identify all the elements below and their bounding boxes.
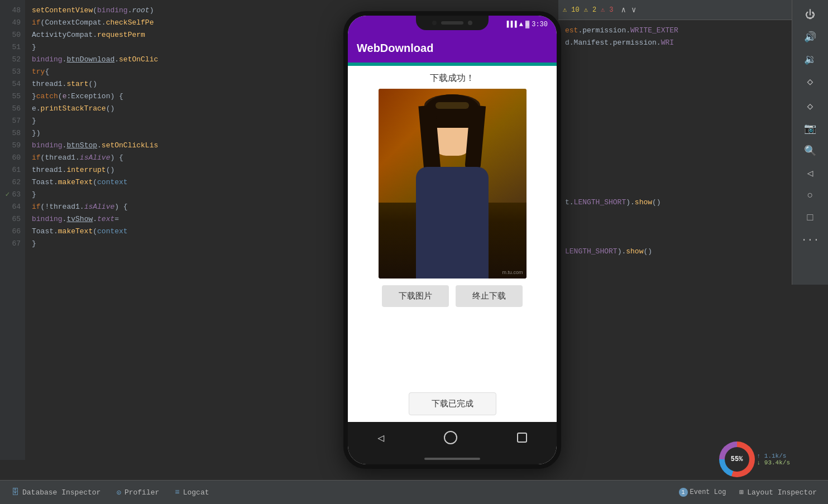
upload-value: 1.1k/s bbox=[764, 453, 787, 459]
emulator-controls: ⏻ 🔊 🔉 ◇ ◇ 📷 🔍 ◁ ○ □ ··· bbox=[792, 0, 828, 285]
bottom-right-area: 1 Event Log ⊞ Layout Inspector bbox=[679, 486, 824, 499]
speed-text: ↑ 1.1k/s ↓ 93.4k/s bbox=[757, 453, 790, 466]
line-59: 59 bbox=[0, 140, 21, 152]
line-51: 51 bbox=[0, 41, 21, 54]
right-line-4 bbox=[565, 61, 785, 74]
right-line-7 bbox=[565, 98, 785, 111]
phone-screen: ▐▐▐ ▲ ▓ 3:30 WebDownload 下载成功！ bbox=[348, 16, 557, 464]
line-55: 55 bbox=[0, 90, 21, 103]
speed-widget: 55% ↑ 1.1k/s ↓ 93.4k/s bbox=[719, 441, 790, 477]
line-numbers: 48 49 50 51 52 53 54 55 56 57 58 59 60 6… bbox=[0, 0, 25, 460]
right-line-17 bbox=[565, 221, 785, 233]
phone-status-bar: ▐▐▐ ▲ ▓ 3:30 bbox=[348, 16, 557, 33]
warning-count-3[interactable]: 3 bbox=[609, 6, 613, 14]
bottom-bar: 🗄 Database Inspector ⊙ Profiler ≡ Logcat… bbox=[0, 480, 828, 504]
layout-inspector-label: Layout Inspector bbox=[747, 488, 817, 497]
warning-count-2[interactable]: 2 bbox=[592, 6, 596, 14]
right-line-14 bbox=[565, 184, 785, 196]
upload-arrow: ↑ bbox=[757, 453, 764, 459]
download-value: 93.4k/s bbox=[764, 459, 790, 466]
layout-inspector-icon: ⊞ bbox=[739, 488, 744, 497]
download-image-button[interactable]: 下载图片 bbox=[382, 285, 449, 307]
volume-down-button[interactable]: 🔉 bbox=[799, 49, 821, 69]
right-line-2: d.Manifest.permission.WRI bbox=[565, 37, 785, 49]
battery-icon: ▓ bbox=[525, 21, 529, 28]
layout-inspector-tab[interactable]: ⊞ Layout Inspector bbox=[733, 486, 824, 499]
line-54: 54 bbox=[0, 78, 21, 90]
logcat-icon: ≡ bbox=[175, 488, 179, 497]
profiler-label: Profiler bbox=[125, 488, 159, 497]
download-success-text: 下载成功！ bbox=[430, 73, 475, 84]
line-65: 65 bbox=[0, 213, 21, 225]
phone-back-icon[interactable]: ◁ bbox=[377, 431, 384, 445]
home-button[interactable]: ○ bbox=[799, 185, 821, 205]
wifi-icon: ▲ bbox=[519, 21, 523, 28]
event-log-button[interactable]: 1 Event Log bbox=[679, 488, 726, 497]
signal-icon: ▐▐▐ bbox=[505, 21, 517, 28]
database-inspector-label: Database Inspector bbox=[22, 488, 100, 497]
button-row: 下载图片 终止下载 bbox=[382, 285, 523, 307]
event-badge: 1 bbox=[679, 488, 688, 497]
database-inspector-tab[interactable]: 🗄 Database Inspector bbox=[4, 486, 107, 499]
nav-up-button[interactable]: ∧ bbox=[619, 4, 628, 16]
status-icons: ▐▐▐ ▲ ▓ 3:30 bbox=[505, 21, 548, 28]
phone-image: m.tu.com bbox=[379, 89, 527, 279]
watermark: m.tu.com bbox=[502, 270, 523, 275]
screenshot-button[interactable]: ◇ bbox=[799, 96, 821, 116]
line-53: 53 bbox=[0, 66, 21, 78]
more-button[interactable]: ··· bbox=[799, 230, 821, 250]
logcat-tab[interactable]: ≡ Logcat bbox=[168, 486, 216, 499]
right-line-19: LENGTH_SHORT).show() bbox=[565, 246, 785, 258]
phone-app-bar: WebDownload bbox=[348, 33, 557, 63]
zoom-button[interactable]: 🔍 bbox=[799, 141, 821, 161]
right-line-10 bbox=[565, 135, 785, 147]
phone-home-indicator bbox=[348, 453, 557, 464]
volume-up-button[interactable]: 🔊 bbox=[799, 27, 821, 47]
logcat-label: Logcat bbox=[183, 488, 209, 497]
home-bar bbox=[424, 458, 480, 460]
right-line-11 bbox=[565, 147, 785, 160]
phone-recents-icon[interactable] bbox=[517, 433, 527, 443]
right-code-panel: est.permission.WRITE_EXTER d.Manifest.pe… bbox=[558, 20, 792, 480]
recents-button[interactable]: □ bbox=[799, 208, 821, 228]
warning-icon-3: ⚠ bbox=[601, 6, 605, 14]
nav-down-button[interactable]: ∨ bbox=[629, 4, 638, 16]
phone-emulator: ▐▐▐ ▲ ▓ 3:30 WebDownload 下载成功！ bbox=[343, 11, 561, 469]
database-icon: 🗄 bbox=[11, 488, 19, 497]
line-49: 49 bbox=[0, 17, 21, 29]
rotate-button[interactable]: ◇ bbox=[799, 71, 821, 92]
right-line-3 bbox=[565, 49, 785, 61]
line-57: 57 bbox=[0, 115, 21, 127]
line-58: 58 bbox=[0, 127, 21, 140]
stop-download-button[interactable]: 终止下载 bbox=[456, 285, 523, 307]
app-title: WebDownload bbox=[357, 42, 433, 55]
warning-icon-1: ⚠ bbox=[563, 6, 567, 14]
back-button[interactable]: ◁ bbox=[799, 163, 821, 183]
right-line-9 bbox=[565, 123, 785, 135]
status-time: 3:30 bbox=[532, 21, 548, 28]
camera-button[interactable]: 📷 bbox=[799, 118, 821, 138]
profiler-icon: ⊙ bbox=[116, 488, 121, 497]
line-64: 64 bbox=[0, 201, 21, 213]
line-56: 56 bbox=[0, 103, 21, 115]
speed-circle: 55% bbox=[719, 441, 755, 477]
speed-percent: 55% bbox=[725, 447, 749, 472]
line-60: 60 bbox=[0, 152, 21, 164]
phone-nav-bar: ◁ bbox=[348, 422, 557, 453]
event-log-label: Event Log bbox=[690, 488, 726, 496]
download-complete-button[interactable]: 下载已完成 bbox=[409, 392, 496, 415]
line-62: 62 bbox=[0, 176, 21, 189]
teal-progress-bar bbox=[348, 63, 557, 66]
profiler-tab[interactable]: ⊙ Profiler bbox=[109, 486, 166, 500]
line-48: 48 bbox=[0, 4, 21, 17]
line-61: 61 bbox=[0, 164, 21, 176]
power-button[interactable]: ⏻ bbox=[799, 4, 821, 25]
right-line-18 bbox=[565, 233, 785, 246]
warning-count-1[interactable]: 10 bbox=[571, 6, 579, 14]
toolbar-nav-arrows: ∧ ∨ bbox=[619, 4, 639, 16]
phone-home-icon[interactable] bbox=[444, 431, 457, 444]
right-line-5 bbox=[565, 74, 785, 86]
line-66: 66 bbox=[0, 225, 21, 238]
right-line-20 bbox=[565, 258, 785, 270]
right-line-8 bbox=[565, 111, 785, 123]
